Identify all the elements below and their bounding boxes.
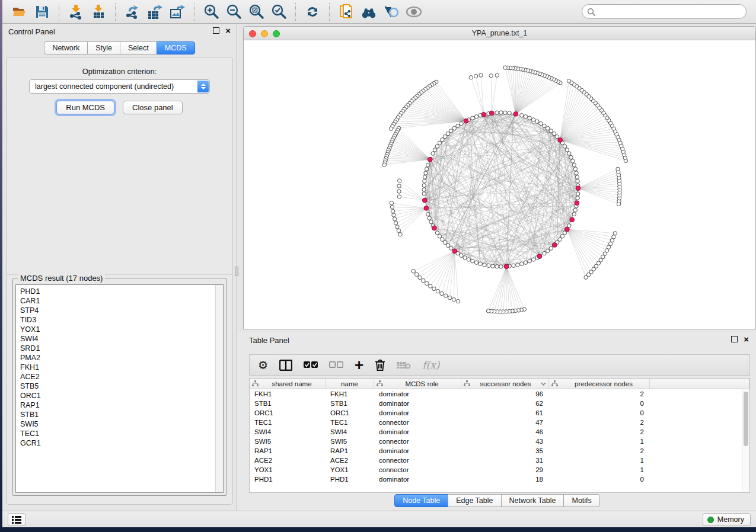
mcds-result-item[interactable]: STP4	[20, 306, 41, 315]
network-node[interactable]	[543, 124, 546, 127]
table-cell[interactable]: dominator	[374, 446, 461, 456]
network-node[interactable]	[412, 270, 415, 273]
table-cell[interactable]: 61	[461, 408, 549, 418]
delete-columns-icon[interactable]	[375, 358, 385, 372]
network-node[interactable]	[575, 171, 578, 175]
network-node[interactable]	[435, 145, 439, 148]
mcds-result-item[interactable]: ORC1	[20, 391, 41, 400]
network-window-titlebar[interactable]: YPA_prune.txt_1	[244, 27, 755, 40]
network-node[interactable]	[424, 171, 428, 175]
optimization-criterion-select[interactable]: largest connected component (undirected)	[29, 79, 210, 94]
mcds-result-item[interactable]: SWI5	[20, 419, 41, 429]
network-node[interactable]	[432, 287, 436, 290]
network-node[interactable]	[531, 258, 535, 261]
network-node[interactable]	[520, 114, 524, 117]
mcds-result-item[interactable]: TEC1	[20, 429, 41, 438]
mcds-result-item[interactable]: PMA2	[20, 353, 41, 363]
table-row[interactable]: PHD1PHD1dominator180	[250, 475, 749, 484]
mcds-node[interactable]	[432, 226, 437, 230]
open-file-icon[interactable]	[11, 4, 28, 20]
mcds-result-item[interactable]: RAP1	[20, 400, 41, 410]
mcds-result-list[interactable]: PHD1CAR1STP4TID3YOX1SWI4SRD1PMA2FKH1ACE2…	[15, 284, 224, 493]
network-node[interactable]	[441, 238, 444, 241]
search-box[interactable]	[582, 4, 747, 19]
table-cell[interactable]: 1	[549, 437, 650, 446]
table-cell[interactable]: connector	[374, 465, 461, 475]
table-cell[interactable]: 2	[549, 427, 650, 437]
table-scrollbar[interactable]	[742, 389, 749, 492]
network-node[interactable]	[441, 138, 444, 142]
network-node[interactable]	[467, 258, 470, 261]
export-table-icon[interactable]	[146, 4, 163, 20]
table-cell[interactable]: connector	[374, 418, 461, 427]
export-network-icon[interactable]	[124, 4, 141, 20]
tab-mcds[interactable]: MCDS	[157, 41, 195, 55]
function-builder-icon[interactable]: f(x)	[422, 358, 439, 372]
table-row[interactable]: FKH1FKH1dominator962	[250, 389, 749, 399]
table-cell[interactable]: TEC1	[326, 418, 374, 427]
network-node[interactable]	[572, 212, 576, 216]
mcds-node[interactable]	[558, 138, 563, 143]
table-cell[interactable]: YOX1	[326, 465, 374, 475]
settings-gear-icon[interactable]: ⚙	[258, 358, 268, 372]
network-node[interactable]	[567, 152, 571, 155]
network-node[interactable]	[576, 196, 579, 200]
memory-button[interactable]: Memory	[703, 513, 751, 526]
share-document-icon[interactable]	[338, 4, 355, 20]
tab-style[interactable]: Style	[87, 41, 120, 55]
network-node[interactable]	[428, 216, 431, 220]
table-cell[interactable]: TEC1	[250, 418, 326, 427]
table-cell[interactable]: SWI4	[250, 427, 326, 437]
zoom-in-icon[interactable]	[203, 4, 219, 20]
network-node[interactable]	[516, 263, 519, 267]
table-cell[interactable]: 96	[461, 389, 549, 399]
table-cell[interactable]: dominator	[374, 475, 461, 484]
network-node[interactable]	[397, 229, 400, 232]
network-node[interactable]	[393, 217, 397, 221]
network-node[interactable]	[422, 184, 426, 187]
network-node[interactable]	[414, 273, 418, 276]
table-row[interactable]: STB1STB1dominator620	[250, 399, 749, 408]
mcds-node[interactable]	[422, 198, 427, 203]
network-node[interactable]	[531, 118, 535, 121]
table-cell[interactable]: ORC1	[326, 408, 374, 418]
table-cell[interactable]: dominator	[374, 408, 461, 418]
deselect-all-icon[interactable]	[329, 358, 343, 372]
mcds-node[interactable]	[537, 254, 542, 259]
search-input[interactable]	[595, 8, 741, 16]
table-row[interactable]: YOX1YOX1connector291	[250, 465, 749, 475]
network-node[interactable]	[613, 232, 617, 235]
network-node[interactable]	[438, 235, 441, 238]
network-node[interactable]	[433, 148, 436, 152]
mcds-node[interactable]	[565, 227, 570, 232]
table-cell[interactable]: ORC1	[250, 408, 326, 418]
float-panel-icon[interactable]	[731, 336, 738, 342]
run-mcds-button[interactable]: Run MCDS	[56, 101, 114, 114]
network-node[interactable]	[499, 111, 503, 114]
network-node[interactable]	[584, 275, 588, 279]
mcds-node[interactable]	[481, 112, 486, 117]
mcds-result-item[interactable]: TID3	[20, 315, 41, 325]
network-node[interactable]	[397, 195, 401, 198]
network-node[interactable]	[436, 289, 439, 293]
table-row[interactable]: SWI5SWI5connector431	[250, 437, 749, 446]
mcds-node[interactable]	[513, 112, 518, 117]
network-node[interactable]	[524, 261, 527, 264]
network-node[interactable]	[539, 121, 543, 125]
network-node[interactable]	[397, 184, 401, 188]
delete-table-icon[interactable]	[397, 358, 411, 372]
network-node[interactable]	[575, 175, 579, 179]
network-node[interactable]	[535, 120, 539, 123]
column-header-MCDS-role[interactable]: MCDS role	[374, 379, 461, 389]
table-cell[interactable]: 35	[461, 446, 549, 456]
mcds-result-item[interactable]: STB1	[20, 410, 41, 419]
network-node[interactable]	[491, 264, 495, 268]
mcds-result-item[interactable]: PHD1	[20, 287, 41, 296]
network-node[interactable]	[563, 145, 566, 148]
network-node[interactable]	[446, 243, 449, 247]
network-node[interactable]	[508, 111, 511, 115]
tab-select[interactable]: Select	[120, 41, 157, 55]
show-graphics-details-icon[interactable]	[406, 4, 422, 20]
tab-network-table[interactable]: Network Table	[501, 494, 564, 507]
mcds-result-item[interactable]: GCR1	[20, 438, 41, 448]
